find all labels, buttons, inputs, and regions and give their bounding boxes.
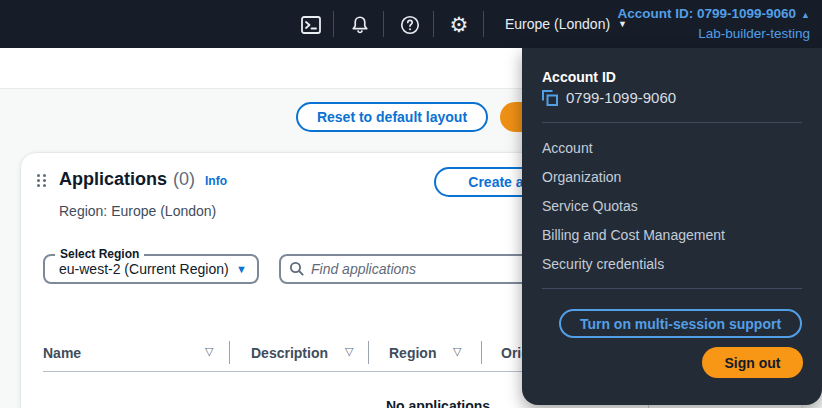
search-icon <box>289 261 305 277</box>
region-select-label: Select Region <box>55 247 144 261</box>
chevron-down-icon: ▼ <box>236 263 247 275</box>
region-selector[interactable]: Europe (London) ▼ <box>505 0 627 48</box>
menu-item-security-credentials[interactable]: Security credentials <box>522 250 822 279</box>
separator <box>383 11 384 37</box>
settings-gear-icon[interactable]: ⚙ <box>446 12 472 38</box>
sort-icon[interactable]: ▽ <box>345 345 353 358</box>
account-menu-list: Account Organization Service Quotas Bill… <box>522 134 822 279</box>
column-divider <box>229 341 230 364</box>
widget-title: Applications <box>59 169 167 190</box>
widget-region-line: Region: Europe (London) <box>59 203 216 219</box>
column-header-region[interactable]: Region <box>389 345 436 361</box>
panel-divider <box>542 288 802 289</box>
account-menu-trigger[interactable]: Account ID: 0799-1099-9060▲ Lab-builder-… <box>617 5 810 43</box>
account-dropdown-panel: Account ID 0799-1099-9060 Account Organi… <box>522 48 822 405</box>
account-id-label: Account ID: 0799-1099-9060 <box>617 6 796 21</box>
panel-account-id-header: Account ID <box>542 69 616 85</box>
region-select[interactable]: Select Region eu-west-2 (Current Region)… <box>43 254 259 284</box>
sort-icon[interactable]: ▽ <box>453 345 461 358</box>
column-header-description[interactable]: Description <box>251 345 328 361</box>
menu-item-account[interactable]: Account <box>522 134 822 163</box>
region-selector-label: Europe (London) <box>505 16 610 32</box>
chevron-up-icon: ▲ <box>801 10 810 20</box>
panel-divider <box>542 122 802 123</box>
notifications-bell-icon[interactable] <box>347 12 373 38</box>
widget-count: (0) <box>173 169 195 190</box>
multi-session-button[interactable]: Turn on multi-session support <box>559 309 802 338</box>
separator <box>433 11 434 37</box>
info-link[interactable]: Info <box>205 174 227 188</box>
help-icon[interactable] <box>397 12 423 38</box>
reset-layout-button[interactable]: Reset to default layout <box>296 102 488 132</box>
column-divider <box>368 341 369 364</box>
empty-state-text: No applications <box>386 398 490 408</box>
top-navigation-bar: ⚙ Europe (London) ▼ Account ID: 0799-109… <box>0 0 822 48</box>
sign-out-button[interactable]: Sign out <box>702 347 803 378</box>
menu-item-service-quotas[interactable]: Service Quotas <box>522 192 822 221</box>
region-select-value: eu-west-2 (Current Region) <box>59 261 236 277</box>
widget-title-row: Applications (0) Info <box>59 169 227 190</box>
panel-account-id-value: 0799-1099-9060 <box>566 89 676 106</box>
separator <box>483 11 484 37</box>
cloudshell-icon[interactable] <box>298 12 324 38</box>
sort-icon[interactable]: ▽ <box>205 345 213 358</box>
column-header-name[interactable]: Name <box>43 345 81 361</box>
account-name-label: Lab-builder-testing <box>617 25 810 43</box>
drag-handle-icon[interactable] <box>37 174 48 190</box>
copy-icon[interactable] <box>541 89 559 107</box>
separator <box>333 11 334 37</box>
menu-item-billing[interactable]: Billing and Cost Management <box>522 221 822 250</box>
column-divider <box>481 341 482 364</box>
menu-item-organization[interactable]: Organization <box>522 163 822 192</box>
